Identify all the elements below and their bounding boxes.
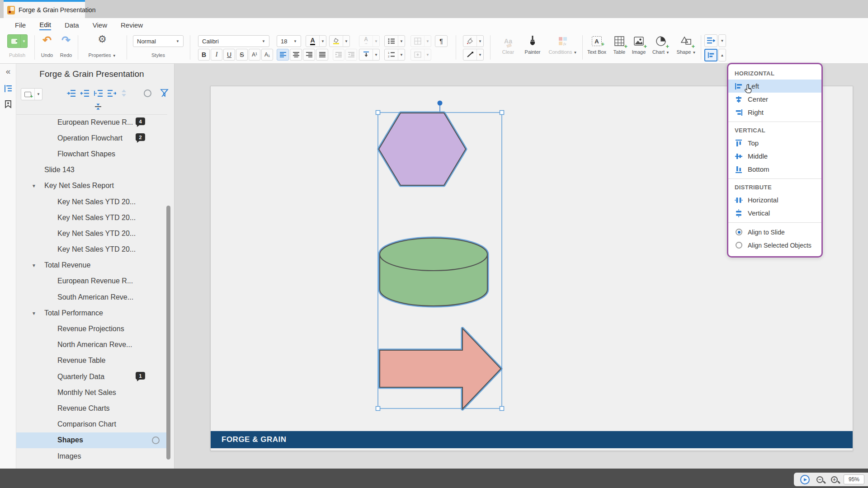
redo-button[interactable]: ↷ [58,34,74,46]
menu-file[interactable]: File [15,21,26,30]
align-center-menu-item[interactable]: Center [728,93,821,106]
align-center-button[interactable] [290,49,302,61]
undo-button[interactable]: ↶ [39,34,55,46]
outline-demote-icon[interactable] [80,90,89,97]
align-left-button[interactable] [277,49,289,61]
align-dropdown-button[interactable]: ▲ [718,49,726,61]
properties-button[interactable]: ⚙ [85,33,119,45]
font-color-dropdown-icon[interactable]: ▼ [319,36,326,47]
arrange-dropdown-button[interactable]: ▼ [718,34,726,47]
present-play-button[interactable]: ▶ [800,475,810,484]
list-item[interactable]: ▼Total Performance [16,305,167,321]
numbered-list-button[interactable]: 1 2 ▼ [384,49,405,61]
zoom-out-icon[interactable]: − [816,476,823,483]
list-item[interactable]: European Revenue R... [16,273,167,289]
insert-image-button[interactable]: + Image [629,34,648,60]
outline-move-left-icon[interactable] [94,90,103,97]
insert-shape-button[interactable]: + Shape ▼ [674,34,699,60]
menu-edit[interactable]: Edit [39,21,51,30]
document-tab[interactable]: Forge & Grain Presentation [4,0,85,18]
list-item[interactable]: Comparison Chart [16,417,167,432]
bold-button[interactable]: B [198,49,210,61]
fill-color-dropdown-icon[interactable]: ▼ [476,36,483,47]
line-style-dropdown-icon[interactable]: ▼ [476,49,483,60]
align-middle-menu-item[interactable]: Middle [728,150,821,163]
paragraph-marks-button[interactable]: ¶ [435,35,448,47]
outline-move-right-icon[interactable] [108,90,116,97]
styles-select[interactable]: Normal ▼ [133,35,184,47]
list-item[interactable]: Key Net Sales YTD 20... [16,225,167,241]
list-item[interactable]: Slide 143 [16,162,167,178]
insert-chart-button[interactable]: + Chart ▼ [649,34,673,60]
italic-button[interactable]: I [211,49,222,61]
align-bottom-menu-item[interactable]: Bottom [728,163,821,176]
slide-footer-bar[interactable]: FORGE & GRAIN [211,431,853,448]
align-selected-objects-option[interactable]: Align Selected Objects [728,239,821,252]
list-item[interactable]: Revenue Table [16,353,167,369]
expand-caret-icon[interactable]: ▼ [32,310,36,315]
font-family-select[interactable]: Calibri ▼ [198,35,269,47]
align-to-slide-option[interactable]: Align to Slide [728,225,821,239]
list-item[interactable]: North American Reve... [16,337,167,353]
font-color-button[interactable]: A ▼ [306,35,326,47]
distribute-horizontal-menu-item[interactable]: Horizontal [728,193,821,206]
align-left-menu-item[interactable]: Left [728,80,821,93]
list-item[interactable]: Key Net Sales YTD 20... [16,210,167,225]
status-circle-icon[interactable] [144,89,151,97]
list-item[interactable]: Quarterly [16,464,167,469]
align-justify-button[interactable] [316,49,328,61]
list-item[interactable]: ▼Total Revenue [16,258,167,273]
expand-caret-icon[interactable]: ▼ [32,183,36,188]
align-top-menu-item[interactable]: Top [728,136,821,150]
bookmark-icon[interactable] [0,100,16,110]
comment-badge[interactable]: 2 [136,133,145,141]
zoom-in-icon[interactable]: + [831,476,838,483]
outline-view-icon[interactable] [0,84,16,94]
superscript-button[interactable]: A¹ [249,49,260,61]
menu-data[interactable]: Data [65,21,79,30]
distribute-vertical-menu-item[interactable]: Vertical [728,206,821,220]
comment-badge[interactable]: 4 [136,117,145,125]
list-item[interactable]: Quarterly Data1 [16,369,167,385]
menu-review[interactable]: Review [121,21,143,30]
list-item[interactable]: South American Reve... [16,289,167,305]
format-painter-button[interactable]: Painter [521,34,544,60]
zoom-level-value[interactable]: 95% [844,474,864,484]
outline-promote-icon[interactable] [67,90,75,97]
list-item[interactable]: Key Net Sales YTD 20... [16,194,167,210]
vertical-align-dropdown-icon[interactable]: ▼ [373,49,379,60]
subscript-button[interactable]: A₁ [261,49,273,61]
font-size-select[interactable]: 18 ▼ [277,35,301,47]
list-item[interactable]: Revenue Charts [16,400,167,416]
align-button[interactable] [704,49,717,61]
align-right-menu-item[interactable]: Right [728,106,821,119]
vertical-align-button[interactable]: ▼ [359,49,380,61]
add-slide-button[interactable]: + ▼ [21,88,42,100]
add-slide-dropdown-icon[interactable]: ▼ [35,89,42,100]
arrange-button[interactable] [704,34,717,47]
align-right-button[interactable] [303,49,315,61]
fill-color-button[interactable]: ▼ [463,35,484,47]
list-item[interactable]: Key Net Sales YTD 20... [16,242,167,258]
list-item[interactable]: Operation Flowchart2 [16,130,167,146]
filter-off-icon[interactable] [160,89,170,98]
publish-dropdown-icon[interactable]: ▼ [21,35,27,47]
list-item[interactable]: Monthly Net Sales [16,385,167,400]
strikethrough-button[interactable]: S [236,49,248,61]
list-item-selected[interactable]: Shapes [16,432,167,448]
highlight-button[interactable]: ▼ [329,35,350,47]
collapse-sidebar-icon[interactable]: « [0,66,16,76]
insert-table-button[interactable]: + Table [610,34,628,60]
line-style-button[interactable]: ▼ [463,49,484,61]
list-item[interactable]: Images [16,448,167,464]
bullet-list-button[interactable]: ▼ [384,35,405,47]
list-item[interactable]: Flowchart Shapes [16,146,167,162]
slide-status-circle-icon[interactable] [152,436,160,444]
list-item[interactable]: European Revenue R...4 [16,114,167,130]
list-item[interactable]: ▼Key Net Sales Report [16,178,167,194]
insert-textbox-button[interactable]: A+ Text Box [584,34,609,60]
comment-badge[interactable]: 1 [136,372,145,380]
publish-button[interactable]: ▼ [7,34,28,48]
sidebar-scrollbar[interactable] [166,206,170,460]
list-item[interactable]: Revenue Projections [16,321,167,337]
